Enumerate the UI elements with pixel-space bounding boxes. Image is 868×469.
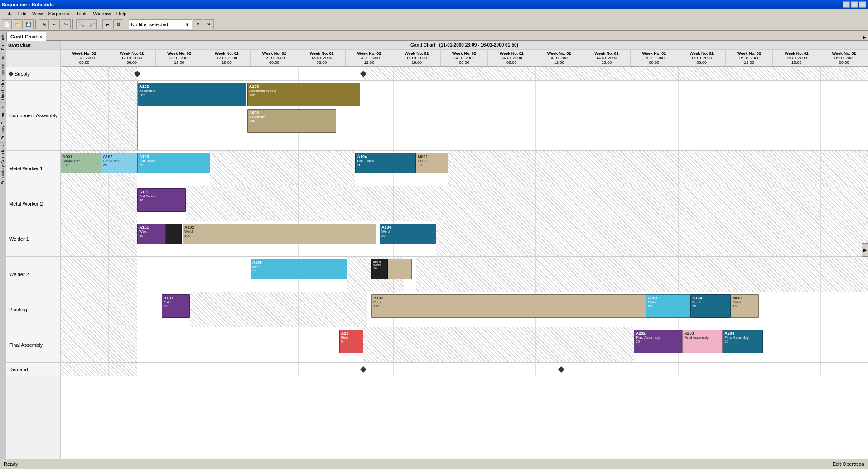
grid-line <box>298 327 299 362</box>
timeline-col: Week No. 0213-01-200012:00 <box>346 50 393 66</box>
welder2-label: Welder 2 <box>9 272 29 277</box>
row-label-supply: Supply <box>6 67 60 81</box>
op-A102-weld[interactable]: A102 Weld 100 <box>183 224 376 244</box>
open-button[interactable]: 📂 <box>13 19 23 29</box>
menu-edit[interactable]: Edit <box>15 10 29 17</box>
op-A102-assemble[interactable]: A102 Assemble 165 <box>137 83 246 106</box>
grid-line <box>820 81 821 150</box>
maximize-button[interactable]: □ <box>851 1 858 8</box>
op-A202-final[interactable]: A202 Final Assembly 25 <box>634 330 682 353</box>
op-A003-assemble[interactable]: A003 Assemble 100 <box>247 109 336 133</box>
op-A203-final[interactable]: A203 Final Assembly <box>682 330 723 353</box>
op-A101-cut-tubes-metal2[interactable]: A101 Cut Tubes 20 <box>137 188 186 212</box>
op-A103-cut-tubes[interactable]: A103 Cut Tubes 25 <box>137 153 210 173</box>
scroll-right-arrow[interactable]: ▶ <box>862 243 868 257</box>
timeline-col: Week No. 0216-01-200000:00 <box>820 50 868 66</box>
grid-line <box>156 67 156 80</box>
grid-line <box>393 363 394 376</box>
row-labels: Gantt Chart Supply Component Assembly Me… <box>6 41 61 459</box>
schedule-button[interactable]: ▶ <box>102 19 112 29</box>
timeline-col: Week No. 0215-01-200018:00 <box>773 50 820 66</box>
menu-help[interactable]: Help <box>114 10 130 17</box>
gantt-chart-title: Gantt Chart (11-01-2000 23:09 - 16-01-20… <box>61 41 868 50</box>
grid-line <box>251 363 251 376</box>
vertical-tabs: Products Unscheduled operations Primary … <box>0 31 6 459</box>
menu-sequence[interactable]: Sequence <box>45 10 73 17</box>
gantt-row-final: A20 Finis 5 A202 Final Assembly 25 A20 <box>61 327 868 363</box>
settings-button[interactable]: ⚙ <box>113 19 123 29</box>
grid-line <box>726 81 726 150</box>
zoom-in-button[interactable]: 🔍 <box>76 19 86 29</box>
op-A102-paint[interactable]: A102 Paint 100 <box>371 294 646 318</box>
filter-apply-button[interactable]: ▼ <box>193 19 203 29</box>
op-A20-finish[interactable]: A20 Finis 5 <box>339 330 363 353</box>
op-M001-weld-tan[interactable] <box>388 259 412 279</box>
grid-line <box>203 257 203 292</box>
filter-dropdown-arrow[interactable]: ▼ <box>185 22 190 27</box>
op-M001-weld-black[interactable]: M001 Weld 10 <box>371 259 388 279</box>
demand-diamond-1 <box>360 366 366 372</box>
demand-diamond-2 <box>558 366 564 372</box>
grid-line <box>156 363 156 376</box>
supply-diamond <box>8 71 13 76</box>
vtab-unscheduled[interactable]: Unscheduled operations <box>0 53 6 103</box>
op-A101-weld[interactable]: A101 Weld 20 <box>137 224 165 244</box>
vtab-products[interactable]: Products <box>0 31 6 53</box>
content-area: Gantt Chart × ▶ Gantt Chart Supply Compo <box>6 31 868 459</box>
grid-line <box>631 81 631 150</box>
op-A103-paint[interactable]: A103 Paint 25 <box>646 294 690 318</box>
filter-clear-button[interactable]: ✕ <box>204 19 214 29</box>
save-button[interactable]: 💾 <box>24 19 34 29</box>
undo-button[interactable]: ↩ <box>50 19 60 29</box>
op-A103-weld[interactable]: A103 Weld 25 <box>251 259 347 279</box>
new-button[interactable]: 📄 <box>2 19 12 29</box>
grid-line <box>820 363 821 376</box>
op-M001-paint[interactable]: M001 Paint 10 <box>731 294 759 318</box>
grid-line <box>298 363 299 376</box>
op-A104-weld[interactable]: A104 Weld 20 <box>380 224 436 244</box>
timeline-col: Week No. 0214-01-200018:00 <box>583 50 631 66</box>
op-A104-paint[interactable]: A104 Paint 20 <box>690 294 731 318</box>
vtab-primary-cal[interactable]: Primary Calendars <box>0 103 6 143</box>
op-A102-cut-tubes[interactable]: A102 Cut Tubes 25 <box>101 153 137 173</box>
grid-line <box>156 257 156 292</box>
filter-dropdown[interactable]: No filter selected ▼ <box>129 19 192 29</box>
op-A104-cut-tubes[interactable]: A104 Cut Tubes 20 <box>355 153 416 173</box>
redo-button[interactable]: ↪ <box>61 19 71 29</box>
gantt-row-component: A102 Assemble 165 A105 Assemble Wheel 16… <box>61 81 868 151</box>
grid-line <box>203 363 203 376</box>
gantt-scroll[interactable]: Gantt Chart (11-01-2000 23:09 - 16-01-20… <box>61 41 868 459</box>
grid-line <box>346 67 346 80</box>
op-A204-final[interactable]: A204 Final Assembly 20 <box>723 330 763 353</box>
menu-window[interactable]: Window <box>91 10 114 17</box>
grid-line <box>156 327 156 362</box>
menu-view[interactable]: View <box>29 10 46 17</box>
op-black-welder1[interactable] <box>166 224 182 244</box>
tab-scroll-right[interactable]: ▶ <box>863 34 866 40</box>
zoom-out-button[interactable]: 🔎 <box>87 19 97 29</box>
gantt-row-demand <box>61 363 868 376</box>
timeline-col: Week No. 0212-01-200012:00 <box>156 50 203 66</box>
op-A101-paint[interactable]: A101 Paint 20 <box>162 294 190 318</box>
menu-tools[interactable]: Tools <box>73 10 91 17</box>
tab-gantt[interactable]: Gantt Chart × <box>6 32 46 41</box>
grid-line <box>488 363 488 376</box>
op-A105-assemble-wheel[interactable]: A105 Assemble Wheel 165 <box>247 83 360 106</box>
timeline-col: Week No. 0213-01-200006:00 <box>298 50 346 66</box>
menu-file[interactable]: File <box>2 10 15 17</box>
print-button[interactable]: 🖨 <box>39 19 49 29</box>
op-M001-cut-t[interactable]: M001 Cut T 10 <box>416 153 448 173</box>
op-A001-shape-rim[interactable]: A001 Shape Rim 200 <box>61 153 101 173</box>
tab-gantt-close[interactable]: × <box>40 34 42 39</box>
minimize-button[interactable]: _ <box>843 1 850 8</box>
timeline-col: Week No. 0213-01-200000:00 <box>251 50 298 66</box>
close-button[interactable]: × <box>859 1 866 8</box>
vtab-secondary-cal[interactable]: Secondary Calendars <box>0 142 6 187</box>
grid-line <box>441 363 441 376</box>
welder1-label: Welder 1 <box>9 236 29 242</box>
gantt-row-welder1: A101 Weld 20 A102 Weld 100 <box>61 221 868 257</box>
row-label-painting: Painting <box>6 292 60 327</box>
filter-value: No filter selected <box>131 22 168 27</box>
row-label-final: Final Assembly <box>6 327 60 363</box>
gantt-inner: Gantt Chart (11-01-2000 23:09 - 16-01-20… <box>61 41 868 376</box>
